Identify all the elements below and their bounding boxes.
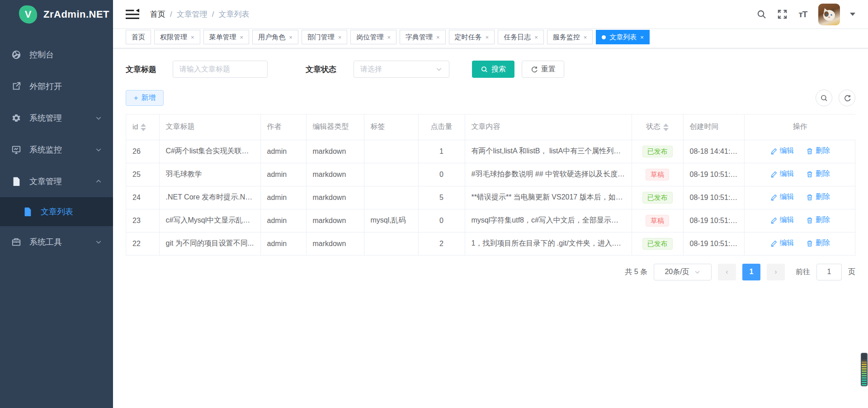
cell-title: git 为不同的项目设置不同... bbox=[159, 232, 260, 255]
reset-button-label: 重置 bbox=[541, 65, 556, 74]
add-button[interactable]: + 新增 bbox=[126, 90, 164, 106]
column-header[interactable]: 文章标题 bbox=[159, 114, 260, 140]
pencil-icon bbox=[770, 240, 778, 247]
sidebar-item-article-list[interactable]: 文章列表 bbox=[0, 197, 113, 226]
breadcrumb-home[interactable]: 首页 bbox=[150, 9, 165, 19]
prev-page-button[interactable]: ‹ bbox=[718, 264, 736, 280]
close-icon[interactable]: × bbox=[486, 34, 489, 41]
cell-status: 已发布 bbox=[632, 186, 683, 209]
avatar[interactable] bbox=[818, 4, 840, 25]
sidebar-item-article-management[interactable]: 文章管理 bbox=[0, 166, 113, 197]
cell-author: admin bbox=[260, 186, 306, 209]
chevron-up-icon bbox=[95, 178, 102, 185]
tab[interactable]: 用户角色 × bbox=[252, 30, 298, 44]
article-title-input[interactable] bbox=[173, 61, 268, 78]
sidebar-item-label: 文章管理 bbox=[29, 176, 95, 187]
cell-editor-type: markdown bbox=[306, 140, 364, 163]
article-status-label: 文章状态 bbox=[306, 64, 336, 75]
sidebar-item-system-monitoring[interactable]: 系统监控 bbox=[0, 134, 113, 166]
app-logo[interactable]: V ZrAdmin.NET bbox=[0, 0, 113, 29]
external-link-icon bbox=[11, 81, 21, 91]
page-size-select[interactable]: 20条/页 bbox=[654, 264, 712, 280]
sidebar-item-system-tools[interactable]: 系统工具 bbox=[0, 226, 113, 258]
scroll-indicator[interactable] bbox=[861, 353, 868, 386]
column-header[interactable]: 创建时间 bbox=[683, 114, 744, 140]
close-icon[interactable]: × bbox=[338, 34, 342, 41]
delete-button[interactable]: 删除 bbox=[806, 169, 830, 179]
cell-created: 08-19 10:51:25 bbox=[683, 209, 744, 232]
reset-button[interactable]: 重置 bbox=[522, 61, 564, 78]
cell-author: admin bbox=[260, 140, 306, 163]
monitor-icon bbox=[11, 145, 21, 155]
close-icon[interactable]: × bbox=[584, 34, 587, 41]
cell-id: 22 bbox=[126, 232, 159, 255]
tab[interactable]: 菜单管理 × bbox=[203, 30, 250, 44]
column-header[interactable]: 文章内容 bbox=[465, 114, 632, 140]
delete-button[interactable]: 删除 bbox=[806, 238, 830, 248]
tab[interactable]: 首页 bbox=[126, 30, 151, 44]
tab[interactable]: 字典管理 × bbox=[400, 30, 446, 44]
cell-id: 25 bbox=[126, 163, 159, 186]
collapse-sidebar-icon[interactable] bbox=[126, 9, 139, 20]
page-1-button[interactable]: 1 bbox=[742, 264, 760, 280]
edit-button[interactable]: 编辑 bbox=[770, 238, 794, 248]
close-icon[interactable]: × bbox=[289, 34, 292, 41]
tab[interactable]: 权限管理 × bbox=[154, 30, 200, 44]
sidebar-item-label: 系统工具 bbox=[29, 237, 95, 247]
refresh-table-button[interactable] bbox=[839, 90, 855, 106]
column-header[interactable]: 标签 bbox=[364, 114, 418, 140]
edit-button[interactable]: 编辑 bbox=[770, 146, 794, 156]
trash-icon bbox=[806, 240, 813, 247]
breadcrumb-level2: 文章管理 bbox=[177, 9, 208, 19]
tab[interactable]: 岗位管理 × bbox=[350, 30, 396, 44]
close-icon[interactable]: × bbox=[240, 34, 244, 41]
next-page-button[interactable]: › bbox=[767, 264, 785, 280]
status-badge: 已发布 bbox=[642, 238, 673, 250]
navbar-actions: тT bbox=[756, 4, 855, 25]
font-size-icon[interactable]: тT bbox=[797, 9, 808, 20]
sidebar-item-system-management[interactable]: 系统管理 bbox=[0, 102, 113, 134]
close-icon[interactable]: × bbox=[387, 34, 391, 41]
column-header[interactable]: 作者 bbox=[260, 114, 306, 140]
sort-icon[interactable] bbox=[141, 123, 146, 131]
tab-label: 用户角色 bbox=[258, 33, 285, 42]
edit-button[interactable]: 编辑 bbox=[770, 169, 794, 179]
tab[interactable]: 服务监控 × bbox=[547, 30, 593, 44]
article-status-select[interactable]: 请选择 bbox=[354, 61, 449, 78]
delete-button[interactable]: 删除 bbox=[806, 146, 830, 156]
edit-button[interactable]: 编辑 bbox=[770, 192, 794, 202]
edit-button[interactable]: 编辑 bbox=[770, 215, 794, 225]
search-icon[interactable] bbox=[756, 9, 767, 20]
cell-actions: 编辑 删除 bbox=[744, 186, 856, 209]
column-header[interactable]: 编辑器类型 bbox=[306, 114, 364, 140]
column-header[interactable]: 状态 bbox=[632, 114, 683, 140]
app-title: ZrAdmin.NET bbox=[43, 9, 109, 20]
show-search-button[interactable] bbox=[816, 90, 832, 106]
tab[interactable]: 任务日志 × bbox=[498, 30, 544, 44]
column-header[interactable]: id bbox=[126, 114, 159, 140]
sidebar-item-dashboard[interactable]: 控制台 bbox=[0, 39, 113, 71]
close-icon[interactable]: × bbox=[191, 34, 194, 41]
close-icon[interactable]: × bbox=[640, 34, 644, 41]
close-icon[interactable]: × bbox=[436, 34, 440, 41]
sidebar-item-label: 控制台 bbox=[29, 49, 102, 60]
search-button[interactable]: 搜索 bbox=[472, 61, 514, 78]
page-size-value: 20条/页 bbox=[665, 267, 689, 277]
caret-down-icon[interactable] bbox=[850, 13, 855, 16]
delete-button[interactable]: 删除 bbox=[806, 192, 830, 202]
column-header[interactable]: 点击量 bbox=[418, 114, 465, 140]
goto-page-input[interactable] bbox=[816, 264, 842, 280]
cell-clicks: 0 bbox=[418, 209, 465, 232]
sidebar-item-label: 系统监控 bbox=[29, 144, 95, 155]
tab[interactable]: 定时任务 × bbox=[449, 30, 495, 44]
delete-button[interactable]: 删除 bbox=[806, 215, 830, 225]
tab[interactable]: 文章列表 × bbox=[596, 30, 650, 44]
sort-icon[interactable] bbox=[663, 123, 669, 131]
search-button-label: 搜索 bbox=[491, 65, 506, 74]
sidebar-item-external-open[interactable]: 外部打开 bbox=[0, 71, 113, 102]
tab[interactable]: 部门管理 × bbox=[302, 30, 348, 44]
status-badge: 已发布 bbox=[642, 192, 673, 204]
close-icon[interactable]: × bbox=[534, 34, 538, 41]
fullscreen-icon[interactable] bbox=[777, 9, 788, 20]
column-header[interactable]: 操作 bbox=[744, 114, 856, 140]
